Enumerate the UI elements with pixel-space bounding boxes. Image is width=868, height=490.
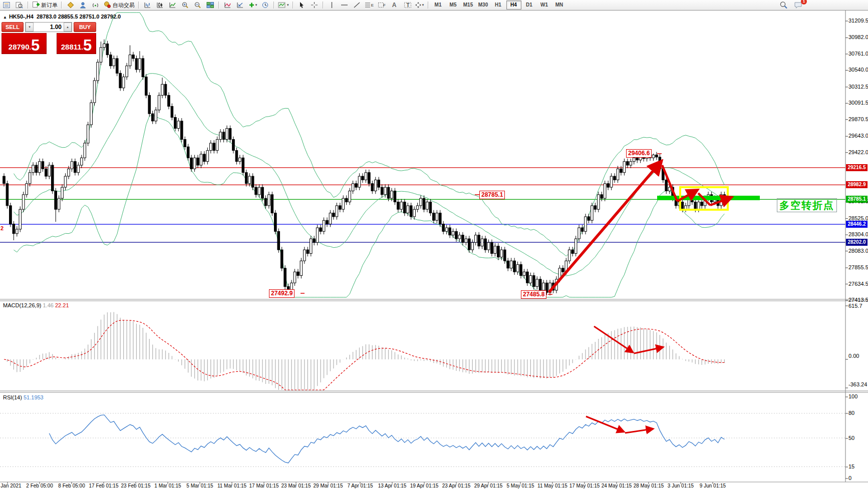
terminal-window: 新订单 自动交易 ▾ ▾ E F A T ▾ — [0, 0, 868, 490]
time-axis-label: 13 Apr 01:15 — [378, 483, 407, 488]
buy-price[interactable]: 28811.5 — [57, 33, 96, 54]
time-axis-label: 11 May 01:15 — [537, 483, 567, 488]
macd-axis-label: -363.24 — [848, 381, 867, 387]
chart-symbol: HK50-,H4 — [9, 14, 34, 20]
volume-down-button[interactable]: ▾ — [26, 23, 34, 32]
time-axis-label: 2 Feb 05:00 — [26, 483, 53, 488]
time-axis-label: 17 Feb 01:15 — [89, 483, 119, 488]
sell-price[interactable]: 28790.5 — [2, 33, 47, 54]
price-tick-label: 29870.5 — [848, 116, 868, 122]
price-tick-label: 30982.0 — [848, 34, 868, 40]
time-axis-label: 23 Feb 01:15 — [121, 483, 151, 488]
sell-button[interactable]: SELL — [2, 22, 24, 32]
price-tick-label: 27634.5 — [848, 281, 868, 287]
rsi-axis-label: 80 — [848, 410, 854, 416]
price-tick-label: 28083.0 — [848, 248, 868, 254]
price-badge: 29216.5 — [846, 164, 867, 171]
time-axis-label: 29 Apr 01:15 — [474, 483, 503, 488]
time-axis-label: 19 Apr 01:15 — [410, 483, 439, 488]
sell-price-pips: 5 — [31, 39, 40, 52]
price-badge: 28785.1 — [846, 196, 867, 203]
time-axis-label: 5 Mar 01:15 — [186, 483, 213, 488]
rsi-axis-label: 100 — [848, 393, 857, 399]
rsi-axis-label: 15 — [848, 463, 854, 469]
rsi-axis-label: 0 — [848, 475, 851, 481]
one-click-trading-panel: SELL ▾ ▴ BUY 28790.5 28811.5 — [2, 22, 96, 54]
left-edge-label: 2 — [1, 225, 4, 231]
time-axis-label: 23 Apr 01:15 — [442, 483, 471, 488]
chart-ohlc: 28783.0 28855.5 28751.0 28792.0 — [37, 14, 121, 20]
macd-value-signal: 22.21 — [55, 302, 69, 308]
sell-price-main: 28790 — [9, 42, 30, 52]
price-tick-label: 28525.0 — [848, 215, 868, 221]
price-tick-label: 28304.0 — [848, 231, 868, 237]
price-tick-label: 30091.5 — [848, 100, 868, 106]
price-tick-label: 27855.5 — [848, 264, 868, 270]
peak-price-label[interactable]: 29406.6 — [626, 149, 652, 158]
rsi-label: RSI(14) 51.1953 — [3, 394, 44, 400]
time-axis-label: 23 Mar 01:15 — [281, 483, 311, 488]
macd-name: MACD(12,26,9) — [3, 302, 41, 308]
chart-canvas[interactable] — [0, 0, 868, 490]
level-price-label[interactable]: 28785.1 — [479, 191, 505, 199]
time-axis-label: 29 Mar 01:15 — [314, 483, 343, 488]
price-badge: 28202.0 — [846, 239, 867, 246]
price-tick-label: 31209.5 — [848, 18, 868, 24]
rsi-value: 51.1953 — [24, 394, 44, 400]
rsi-name: RSI(14) — [3, 394, 22, 400]
rsi-axis-label: 50 — [848, 435, 854, 441]
low2-price-label[interactable]: 27485.8 — [521, 290, 546, 299]
macd-value-main: 1.46 — [43, 302, 53, 308]
turning-point-label[interactable]: 多空转折点 — [777, 198, 837, 212]
collapse-arrow-icon[interactable]: ▲ — [3, 15, 7, 20]
time-axis-label: 27 Jan 2021 — [0, 483, 22, 488]
time-axis-label: 5 May 01:15 — [506, 483, 534, 488]
time-axis-label: 28 May 01:15 — [634, 483, 664, 488]
time-axis-label: 7 Apr 01:15 — [347, 483, 373, 488]
buy-button[interactable]: BUY — [74, 22, 96, 32]
buy-price-pips: 5 — [83, 39, 92, 52]
time-axis-label: 8 Feb 05:00 — [58, 483, 85, 488]
time-axis-label: 1 Mar 01:15 — [154, 483, 181, 488]
buy-price-main: 28811 — [61, 42, 82, 52]
price-tick-label: 27413.5 — [848, 297, 868, 303]
chart-header: ▲HK50-,H4 28783.0 28855.5 28751.0 28792.… — [3, 14, 121, 20]
volume-input[interactable] — [34, 23, 64, 32]
price-tick-label: 29422.0 — [848, 149, 868, 155]
macd-axis-label: 0.00 — [848, 353, 859, 359]
low1-price-label[interactable]: 27492.9 — [269, 289, 295, 298]
macd-axis-label: 615.7 — [848, 303, 862, 309]
time-axis-label: 11 Mar 01:15 — [217, 483, 246, 488]
price-tick-label: 30540.0 — [848, 67, 868, 73]
time-axis-label: 3 Jun 01:15 — [668, 483, 694, 488]
volume-stepper: ▾ ▴ — [25, 22, 72, 32]
price-badge: 28982.9 — [846, 181, 867, 188]
macd-label: MACD(12,26,9) 1.46 22.21 — [3, 302, 69, 308]
volume-up-button[interactable]: ▴ — [64, 23, 72, 32]
price-tick-label: 30761.0 — [848, 51, 868, 57]
price-tick-label: 29643.0 — [848, 133, 868, 139]
price-badge: 28446.2 — [846, 221, 867, 228]
time-axis-label: 17 Mar 01:15 — [249, 483, 279, 488]
time-axis-label: 17 May 01:15 — [569, 483, 600, 488]
time-axis-label: 9 Jun 01:15 — [700, 483, 726, 488]
time-axis-label: 24 May 01:15 — [602, 483, 632, 488]
price-tick-label: 30312.5 — [848, 84, 868, 90]
